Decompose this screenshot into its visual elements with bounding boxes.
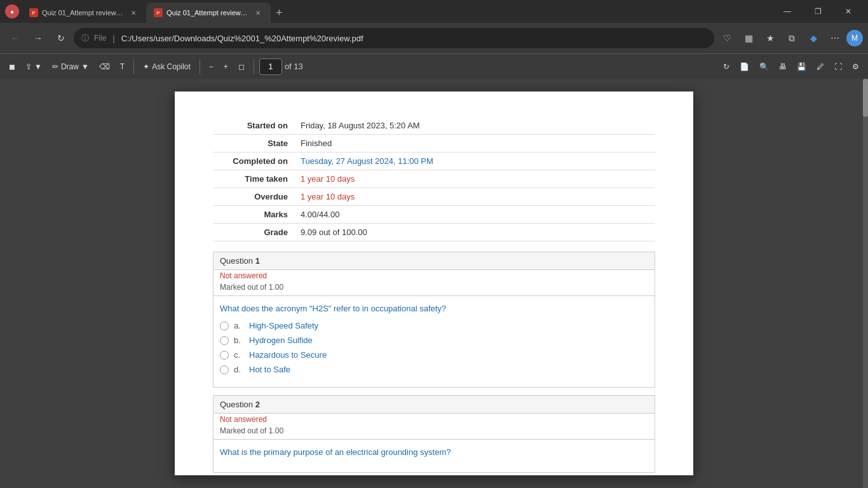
tab-1[interactable]: P Quiz 01_Attempt review.pdf ✕ xyxy=(22,3,146,23)
question-1-box: Question 1 Not answered Marked out of 1.… xyxy=(213,252,655,388)
lock-icon: ⓘ xyxy=(81,33,89,44)
fit-page-button[interactable]: ◻ xyxy=(234,58,248,76)
file-label: File xyxy=(94,34,106,43)
option-text: Hazardous to Secure xyxy=(249,350,327,360)
zoom-in-icon: + xyxy=(224,62,228,71)
pdf-highlight-button[interactable]: ◼ xyxy=(5,58,19,76)
pdf-toolbar: ◼ ⇪ ▼ ✏ Draw ▼ ⌫ T ✦ Ask Copilot − + ◻ 1… xyxy=(0,53,868,79)
question-1-marks: Marked out of 1.00 xyxy=(214,281,654,295)
forward-button[interactable]: → xyxy=(28,28,48,48)
page-total: of 13 xyxy=(285,62,303,71)
option-text: High-Speed Safety xyxy=(249,321,318,330)
tab-2-label: Quiz 01_Attempt review.pdf xyxy=(166,9,249,17)
question-2-number: 2 xyxy=(255,400,260,409)
cursor-chevron: ▼ xyxy=(34,62,42,71)
draw-icon: ✏ xyxy=(52,62,58,71)
pdf-right-tools: ↻ 📄 🔍 🖶 💾 🖉 ⛶ ⚙ xyxy=(719,58,863,76)
draw-chevron: ▼ xyxy=(81,62,89,71)
tab-1-close[interactable]: ✕ xyxy=(128,8,139,18)
pdf-erase-button[interactable]: ⌫ xyxy=(95,58,114,76)
pdf-content: Started onFriday, 18 August 2023, 5:20 A… xyxy=(0,79,868,488)
option-item: d. Hot to Safe xyxy=(220,365,648,374)
option-radio[interactable] xyxy=(220,351,229,360)
copilot-icon: ✦ xyxy=(143,62,149,71)
copilot-label: Ask Copilot xyxy=(152,62,191,71)
save-button[interactable]: 💾 xyxy=(793,58,810,76)
maximize-button[interactable]: ❐ xyxy=(803,1,832,22)
rotate-button[interactable]: ↻ xyxy=(719,58,733,76)
fullscreen-button[interactable]: ⛶ xyxy=(831,58,846,76)
option-letter: b. xyxy=(234,336,244,345)
favorites-bar-button[interactable]: ★ xyxy=(760,28,780,48)
tab-2[interactable]: P Quiz 01_Attempt review.pdf ✕ xyxy=(146,3,271,23)
pdf-share-button[interactable]: 📄 xyxy=(736,58,753,76)
ms-rewards-button[interactable]: ◆ xyxy=(803,28,824,48)
question-1-number: 1 xyxy=(255,256,260,266)
option-text: Hot to Safe xyxy=(249,365,290,374)
option-letter: d. xyxy=(234,365,244,374)
more-tools-button[interactable]: ⋯ xyxy=(825,28,845,48)
titlebar: ● P Quiz 01_Attempt review.pdf ✕ P Quiz … xyxy=(0,0,868,23)
question-1-text: What does the acronym "H2S" refer to in … xyxy=(220,304,648,313)
option-radio[interactable] xyxy=(220,336,229,345)
minimize-button[interactable]: — xyxy=(773,1,802,22)
info-table: Started onFriday, 18 August 2023, 5:20 A… xyxy=(213,117,655,241)
question-2-status: Not answered xyxy=(214,414,654,425)
highlight-icon: ◼ xyxy=(9,62,15,71)
text-icon: T xyxy=(120,62,125,71)
back-button[interactable]: ← xyxy=(5,28,25,48)
question-1-options: a. High-Speed Safety b. Hydrogen Sulfide… xyxy=(220,321,648,374)
window-controls-right: — ❐ ✕ xyxy=(773,1,863,22)
option-item: c. Hazardous to Secure xyxy=(220,350,648,360)
search-button[interactable]: 🔍 xyxy=(756,58,773,76)
address-field[interactable]: ⓘ File | C:/Users/user/Downloads/Quiz%20… xyxy=(74,28,714,48)
pdf-cursor-button[interactable]: ⇪ ▼ xyxy=(22,58,46,76)
browser-toolbar-right: ♡ ▦ ★ ⧉ ◆ ⋯ M xyxy=(717,28,863,48)
tab-1-icon: P xyxy=(29,8,38,17)
toolbar-divider-2 xyxy=(200,59,200,74)
cursor-icon: ⇪ xyxy=(25,62,32,71)
tab-groups-button[interactable]: ▦ xyxy=(738,28,759,48)
tab-2-icon: P xyxy=(154,8,163,17)
tabs-container: P Quiz 01_Attempt review.pdf ✕ P Quiz 01… xyxy=(22,0,773,23)
option-radio[interactable] xyxy=(220,365,229,374)
zoom-out-button[interactable]: − xyxy=(205,58,217,76)
pdf-draw-button[interactable]: ✏ Draw ▼ xyxy=(48,58,93,76)
option-radio[interactable] xyxy=(220,322,229,330)
option-letter: c. xyxy=(234,350,244,360)
toolbar-divider-3 xyxy=(254,59,254,74)
edge-profile-button[interactable]: M xyxy=(846,30,863,46)
address-bar: ← → ↻ ⓘ File | C:/Users/user/Downloads/Q… xyxy=(0,23,868,53)
erase-icon: ⌫ xyxy=(99,62,110,71)
profile-icon: ● xyxy=(5,4,19,18)
scrollbar[interactable] xyxy=(863,79,868,488)
question-1-header: Question 1 xyxy=(214,252,654,270)
refresh-button[interactable]: ↻ xyxy=(51,28,71,48)
pdf-text-button[interactable]: T xyxy=(116,58,128,76)
question-1-status: Not answered xyxy=(214,270,654,281)
option-item: b. Hydrogen Sulfide xyxy=(220,336,648,345)
address-text: C:/Users/user/Downloads/Quiz%2001_%20Att… xyxy=(121,34,707,43)
question-2-marks: Marked out of 1.00 xyxy=(214,425,654,439)
collections-button[interactable]: ⧉ xyxy=(782,28,802,48)
option-item: a. High-Speed Safety xyxy=(220,321,648,330)
zoom-in-button[interactable]: + xyxy=(220,58,232,76)
favorites-button[interactable]: ♡ xyxy=(717,28,737,48)
page-input[interactable]: 1 xyxy=(259,58,282,75)
pdf-copilot-button[interactable]: ✦ Ask Copilot xyxy=(139,58,194,76)
tab-2-close[interactable]: ✕ xyxy=(253,8,263,18)
option-letter: a. xyxy=(234,321,244,330)
new-tab-button[interactable]: + xyxy=(271,3,288,23)
pdf-annotations-button[interactable]: 🖉 xyxy=(813,58,828,76)
fit-icon: ◻ xyxy=(238,62,245,71)
option-text: Hydrogen Sulfide xyxy=(249,336,313,345)
settings-button[interactable]: ⚙ xyxy=(848,58,863,76)
question-2-text: What is the primary purpose of an electr… xyxy=(220,447,648,457)
scrollbar-thumb[interactable] xyxy=(863,79,868,117)
pdf-page: Started onFriday, 18 August 2023, 5:20 A… xyxy=(175,92,693,475)
print-button[interactable]: 🖶 xyxy=(775,58,790,76)
close-button[interactable]: ✕ xyxy=(834,1,863,22)
question-2-body: What is the primary purpose of an electr… xyxy=(214,439,654,472)
question-2-box: Question 2 Not answered Marked out of 1.… xyxy=(213,395,655,473)
page-control: 1 of 13 xyxy=(259,58,303,75)
